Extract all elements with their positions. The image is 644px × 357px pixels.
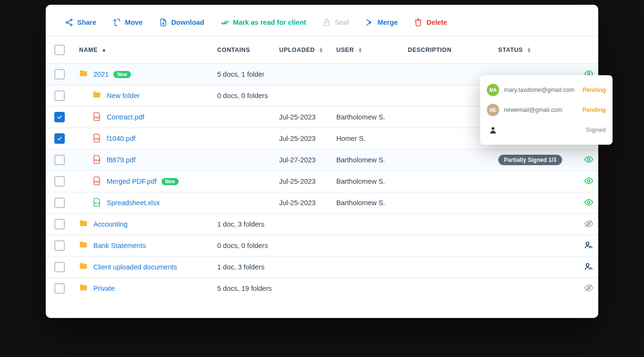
mark-read-button[interactable]: Mark as read for client bbox=[221, 18, 306, 27]
item-name[interactable]: New folder bbox=[107, 92, 140, 99]
contains-cell: 1 doc, 3 folders bbox=[217, 263, 279, 271]
share-label: Share bbox=[77, 19, 96, 26]
row-checkbox[interactable] bbox=[54, 90, 65, 101]
uploaded-cell: Jul-25-2023 bbox=[279, 135, 336, 142]
seal-label: Seal bbox=[335, 19, 349, 26]
header-description: DESCRIPTION bbox=[408, 47, 498, 53]
eye-off-icon[interactable] bbox=[584, 219, 594, 230]
select-all-checkbox[interactable] bbox=[54, 45, 65, 55]
row-checkbox[interactable] bbox=[54, 240, 65, 251]
item-name[interactable]: Client uploaded documents bbox=[93, 263, 177, 271]
table-row[interactable]: Private5 docs, 19 folders bbox=[46, 278, 598, 299]
row-checkbox[interactable] bbox=[54, 69, 65, 79]
pdf-icon bbox=[92, 133, 102, 144]
header-uploaded[interactable]: UPLOADED▲▼ bbox=[279, 47, 336, 53]
row-checkbox[interactable] bbox=[54, 112, 65, 122]
header-user[interactable]: USER▲▼ bbox=[336, 47, 408, 53]
table-row[interactable]: Accounting1 doc, 3 folders bbox=[46, 213, 598, 235]
folder-icon bbox=[79, 219, 89, 230]
popover-row: MAmary.taxdome@gmail.comPending bbox=[487, 80, 606, 100]
popover-status: Pending bbox=[583, 87, 606, 93]
svg-point-1 bbox=[66, 21, 68, 23]
folder-icon bbox=[79, 283, 89, 294]
row-checkbox[interactable] bbox=[54, 198, 65, 208]
seal-button: Seal bbox=[322, 18, 349, 27]
table-row[interactable]: Merged PDF.pdfNewJul-25-2023Bartholomew … bbox=[46, 170, 598, 192]
contains-cell: 5 docs, 1 folder bbox=[217, 70, 279, 78]
table-row[interactable]: f8879.pdfJul-27-2023Bartholomew S.Partia… bbox=[46, 149, 598, 170]
row-checkbox[interactable] bbox=[54, 133, 65, 144]
item-name[interactable]: Accounting bbox=[93, 220, 128, 228]
item-name[interactable]: Bank Statements bbox=[93, 242, 146, 249]
mark-read-label: Mark as read for client bbox=[233, 19, 306, 26]
status-cell: Partially Signed 1/3 bbox=[498, 155, 574, 165]
folder-icon bbox=[79, 240, 89, 251]
sign-icon[interactable] bbox=[584, 262, 594, 273]
item-name[interactable]: f8879.pdf bbox=[107, 156, 135, 164]
user-cell: Bartholomew S. bbox=[336, 178, 408, 185]
popover-email: newemail@gmail.com bbox=[504, 107, 578, 113]
item-name[interactable]: 2021 bbox=[93, 70, 109, 78]
popover-row: Signed bbox=[487, 120, 606, 140]
item-name[interactable]: Contract.pdf bbox=[107, 113, 144, 121]
merge-button[interactable]: Merge bbox=[365, 18, 398, 27]
eye-green-icon[interactable] bbox=[584, 198, 594, 208]
uploaded-cell: Jul-25-2023 bbox=[279, 113, 336, 121]
row-checkbox[interactable] bbox=[54, 176, 65, 187]
row-checkbox[interactable] bbox=[54, 283, 65, 294]
folder-icon bbox=[92, 90, 102, 101]
eye-off-icon[interactable] bbox=[584, 283, 594, 294]
item-name[interactable]: f1040.pdf bbox=[107, 135, 135, 142]
header-name[interactable]: NAME▲ bbox=[79, 47, 217, 53]
status-pill[interactable]: Partially Signed 1/3 bbox=[498, 155, 562, 165]
move-button[interactable]: Move bbox=[112, 18, 142, 27]
check-all-icon bbox=[221, 18, 229, 27]
uploaded-cell: Jul-25-2023 bbox=[279, 199, 336, 207]
download-button[interactable]: Download bbox=[159, 18, 204, 27]
row-checkbox[interactable] bbox=[54, 155, 65, 165]
sign-icon[interactable] bbox=[584, 240, 594, 251]
user-cell: Bartholomew S. bbox=[336, 156, 408, 164]
move-label: Move bbox=[125, 19, 142, 26]
svg-point-0 bbox=[70, 19, 72, 21]
documents-panel: Share Move Download Mark as read for cli… bbox=[46, 5, 598, 318]
new-badge: New bbox=[113, 71, 131, 78]
svg-line-3 bbox=[68, 20, 70, 22]
contains-cell: 5 docs, 19 folders bbox=[217, 285, 279, 292]
eye-green-icon[interactable] bbox=[584, 155, 594, 166]
item-name[interactable]: Private bbox=[93, 285, 115, 292]
item-name[interactable]: Merged PDF.pdf bbox=[107, 178, 157, 185]
header-contains: CONTAINS bbox=[217, 47, 279, 53]
header-status[interactable]: STATUS▲▼ bbox=[498, 47, 574, 53]
share-button[interactable]: Share bbox=[65, 18, 96, 27]
new-badge: New bbox=[161, 178, 179, 185]
row-checkbox[interactable] bbox=[54, 262, 65, 272]
table-row[interactable]: Client uploaded documents1 doc, 3 folder… bbox=[46, 256, 598, 278]
share-icon bbox=[65, 18, 73, 27]
contains-cell: 0 docs, 0 folders bbox=[217, 242, 279, 249]
popover-row: NEnewemail@gmail.comPending bbox=[487, 100, 606, 120]
user-cell: Bartholomew S. bbox=[336, 113, 408, 121]
svg-rect-7 bbox=[324, 22, 329, 26]
signature-status-popover: MAmary.taxdome@gmail.comPendingNEnewemai… bbox=[480, 75, 613, 145]
pdf-icon bbox=[92, 112, 102, 123]
eye-green-icon[interactable] bbox=[584, 176, 594, 187]
pdf-icon bbox=[92, 155, 102, 166]
pdf-icon bbox=[92, 176, 102, 187]
contains-cell: 0 docs, 0 folders bbox=[217, 92, 279, 99]
download-icon bbox=[159, 18, 167, 27]
row-checkbox[interactable] bbox=[54, 219, 65, 229]
delete-button[interactable]: Delete bbox=[414, 18, 447, 27]
avatar: MA bbox=[487, 84, 499, 96]
seal-icon bbox=[322, 18, 331, 27]
delete-label: Delete bbox=[426, 19, 447, 26]
item-name[interactable]: Spreadsheet.xlsx bbox=[107, 199, 160, 207]
uploaded-cell: Jul-25-2023 bbox=[279, 178, 336, 185]
merge-icon bbox=[365, 18, 373, 27]
avatar bbox=[487, 124, 499, 136]
table-row[interactable]: Bank Statements0 docs, 0 folders bbox=[46, 235, 598, 256]
table-header: NAME▲ CONTAINS UPLOADED▲▼ USER▲▼ DESCRIP… bbox=[46, 36, 598, 63]
avatar: NE bbox=[487, 104, 499, 116]
table-row[interactable]: Spreadsheet.xlsxJul-25-2023Bartholomew S… bbox=[46, 192, 598, 213]
folder-icon bbox=[79, 69, 89, 80]
